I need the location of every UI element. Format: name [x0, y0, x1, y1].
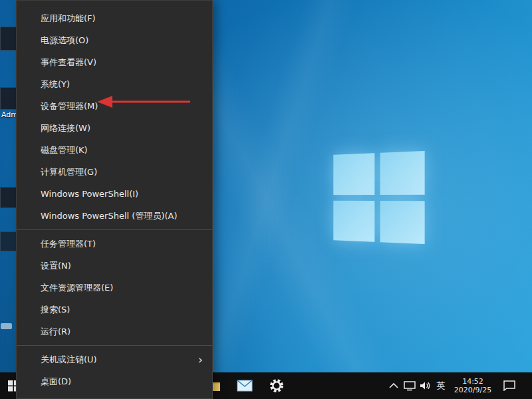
gear-icon: [269, 378, 285, 394]
menu-item-network-connections[interactable]: 网络连接(W): [17, 117, 212, 139]
action-center-button[interactable]: [500, 372, 519, 399]
menu-item-file-explorer[interactable]: 文件资源管理器(E): [17, 277, 212, 299]
menu-item-device-manager[interactable]: 设备管理器(M): [17, 95, 212, 117]
menu-item-disk-management[interactable]: 磁盘管理(K): [17, 139, 212, 161]
menu-item-label: 关机或注销(U): [41, 354, 97, 366]
menu-separator: [17, 345, 212, 346]
speaker-icon: [420, 381, 432, 390]
menu-item-system[interactable]: 系统(Y): [17, 73, 212, 95]
mail-taskbar-button[interactable]: [231, 372, 258, 399]
logo-pane: [380, 151, 425, 195]
menu-item-windows-powershell[interactable]: Windows PowerShell(I): [17, 183, 212, 205]
menu-item-apps-and-features[interactable]: 应用和功能(F): [17, 7, 212, 29]
taskbar-clock[interactable]: 14:52 2020/9/25: [452, 372, 493, 399]
menu-item-event-viewer[interactable]: 事件查看器(V): [17, 51, 212, 73]
quick-access-menu: 应用和功能(F) 电源选项(O) 事件查看器(V) 系统(Y) 设备管理器(M)…: [16, 0, 213, 399]
network-tray-button[interactable]: [402, 372, 418, 399]
chevron-up-icon: [388, 382, 399, 390]
clock-date: 2020/9/25: [454, 386, 491, 394]
menu-item-task-manager[interactable]: 任务管理器(T): [17, 233, 212, 255]
menu-item-power-options[interactable]: 电源选项(O): [17, 29, 212, 51]
menu-item-computer-management[interactable]: 计算机管理(G): [17, 161, 212, 183]
mail-icon: [237, 380, 253, 392]
menu-item-windows-powershell-admin[interactable]: Windows PowerShell (管理员)(A): [17, 205, 212, 227]
menu-item-desktop[interactable]: 桌面(D): [17, 370, 212, 392]
network-icon: [404, 381, 416, 391]
logo-pane: [380, 201, 425, 245]
desktop-icon-label-partial: [1, 323, 12, 329]
desktop: Adm 应用和功能(F) 电源选项(O) 事件查看器(V) 系统(Y) 设备管理…: [0, 0, 532, 399]
logo-pane: [333, 200, 374, 242]
settings-taskbar-button[interactable]: [263, 372, 290, 399]
ime-indicator[interactable]: 英: [434, 372, 448, 399]
menu-item-run[interactable]: 运行(R): [17, 321, 212, 342]
logo-pane: [333, 153, 374, 195]
menu-item-settings[interactable]: 设置(N): [17, 255, 212, 277]
menu-item-search[interactable]: 搜索(S): [17, 299, 212, 321]
windows-logo: [333, 151, 424, 244]
submenu-chevron-icon: ›: [198, 352, 203, 366]
menu-item-shutdown-or-signout[interactable]: 关机或注销(U) ›: [17, 348, 212, 370]
volume-tray-button[interactable]: [418, 372, 434, 399]
tray-expand-button[interactable]: [386, 372, 402, 399]
notification-icon: [503, 380, 516, 391]
clock-time: 14:52: [462, 377, 483, 386]
menu-separator: [17, 229, 212, 230]
